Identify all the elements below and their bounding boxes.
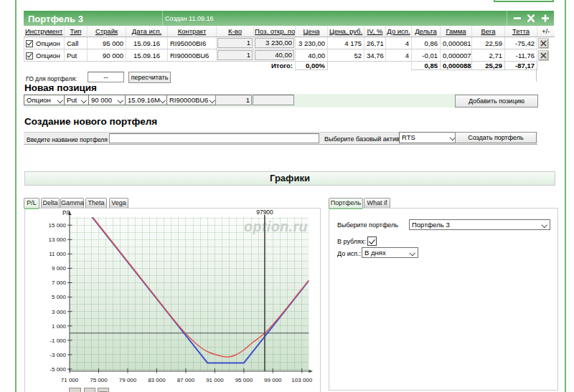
svg-text:95 000: 95 000 xyxy=(235,377,253,383)
svg-text:5 000: 5 000 xyxy=(52,294,67,300)
svg-text:P/L: P/L xyxy=(62,209,72,216)
svg-text:87 000: 87 000 xyxy=(177,377,195,383)
svg-text:option.ru: option.ru xyxy=(244,219,308,234)
svg-text:75 000: 75 000 xyxy=(90,377,108,383)
svg-text:-1 000: -1 000 xyxy=(50,338,66,344)
svg-text:7 000: 7 000 xyxy=(52,279,67,286)
svg-text:97900: 97900 xyxy=(256,209,273,216)
svg-text:103 000: 103 000 xyxy=(291,377,312,383)
svg-text:11 000: 11 000 xyxy=(49,251,66,257)
svg-text:-5 000: -5 000 xyxy=(50,366,66,373)
svg-text:99 000: 99 000 xyxy=(264,377,282,383)
svg-text:13 000: 13 000 xyxy=(49,236,67,243)
svg-text:-3 000: -3 000 xyxy=(50,352,66,358)
svg-text:3 000: 3 000 xyxy=(52,309,67,315)
svg-text:9 000: 9 000 xyxy=(52,265,67,272)
svg-text:91 000: 91 000 xyxy=(206,377,224,383)
svg-text:1 000: 1 000 xyxy=(52,323,67,330)
svg-text:83 000: 83 000 xyxy=(148,377,166,383)
svg-text:15 000: 15 000 xyxy=(49,222,67,229)
svg-text:79 000: 79 000 xyxy=(119,377,137,383)
svg-text:71 000: 71 000 xyxy=(61,377,79,383)
